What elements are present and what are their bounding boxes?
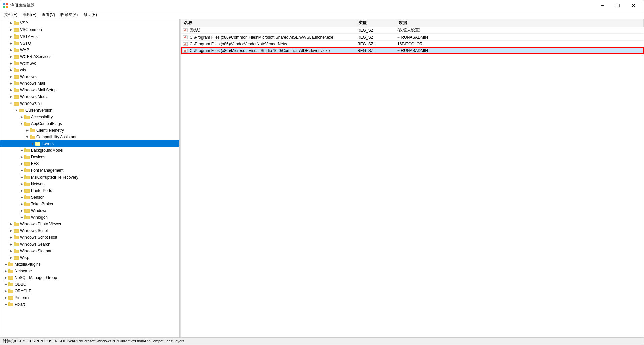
tree-node-windows-media[interactable]: ▶ Windows Media bbox=[0, 93, 179, 100]
tree-node-font-mgmt[interactable]: ▶ Font Management bbox=[0, 167, 179, 174]
tree-node-bg-model[interactable]: ▶ BackgroundModel bbox=[0, 147, 179, 154]
tree-node-label-sensor: Sensor bbox=[31, 195, 44, 200]
svg-rect-24 bbox=[14, 62, 18, 65]
tree-node-wisp[interactable]: ▶ Wisp bbox=[0, 254, 179, 261]
minimize-button[interactable]: − bbox=[595, 0, 610, 11]
col-header-name[interactable]: 名称 bbox=[181, 19, 356, 27]
expander-nosql-mgr: ▶ bbox=[3, 275, 8, 280]
menu-item-查看V[interactable]: 查看(V) bbox=[39, 11, 58, 18]
tree-node-label-wfs: wfs bbox=[20, 68, 26, 72]
tree-node-sensor[interactable]: ▶ Sensor bbox=[0, 194, 179, 201]
tree-node-windows-mail-setup[interactable]: ▶ Windows Mail Setup bbox=[0, 87, 179, 93]
close-button[interactable]: ✕ bbox=[626, 0, 641, 11]
svg-rect-117 bbox=[9, 270, 13, 273]
tree-node-label-wcfriaservices: WCFRIAServices bbox=[20, 54, 51, 59]
tree-node-wab[interactable]: ▶ WAB bbox=[0, 47, 179, 53]
tree-node-winlogon[interactable]: ▶ Winlogon bbox=[0, 214, 179, 221]
folder-icon-network bbox=[24, 181, 30, 187]
tree-node-label-oracle: ORACLE bbox=[15, 289, 31, 293]
tree-node-netscape[interactable]: ▶ Netscape bbox=[0, 268, 179, 274]
tree-node-accessibility[interactable]: ▶ Accessibility bbox=[0, 114, 179, 120]
tree-node-win-photo-viewer[interactable]: ▶ Windows Photo Viewer bbox=[0, 221, 179, 227]
tree-panel[interactable]: ▶ VSA ▶ VSCommon ▶ bbox=[0, 19, 180, 337]
svg-rect-51 bbox=[25, 123, 29, 125]
reg-row-row2[interactable]: ab C:\Program Files (x86)\VendorVendorNo… bbox=[181, 41, 644, 47]
tree-node-wcfriaservices[interactable]: ▶ WCFRIAServices bbox=[0, 53, 179, 60]
reg-row-default[interactable]: ab (默认) REG_SZ (数值未设置) bbox=[181, 27, 644, 34]
menu-item-编辑E[interactable]: 编辑(E) bbox=[20, 11, 39, 18]
tree-node-win-script[interactable]: ▶ Windows Script bbox=[0, 227, 179, 234]
folder-icon-oracle bbox=[8, 288, 14, 294]
tree-node-oracle[interactable]: ▶ ORACLE bbox=[0, 288, 179, 294]
tree-node-windows2[interactable]: ▶ Windows bbox=[0, 207, 179, 214]
expander-pixart: ▶ bbox=[3, 302, 8, 307]
folder-icon-current-version bbox=[19, 108, 24, 113]
tree-node-windows-nt[interactable]: ▼ Windows NT bbox=[0, 100, 179, 107]
tree-node-appcompatflags[interactable]: ▼ AppCompatFlags bbox=[0, 120, 179, 127]
tree-node-vsa[interactable]: ▶ VSA bbox=[0, 20, 179, 26]
tree-node-label-windows-media: Windows Media bbox=[20, 94, 49, 99]
tree-node-win-sidebar[interactable]: ▶ Windows Sidebar bbox=[0, 248, 179, 254]
folder-icon-vsto bbox=[14, 41, 19, 46]
tree-node-piriform[interactable]: ▶ Piriform bbox=[0, 294, 179, 301]
registry-values-list[interactable]: ab (默认) REG_SZ (数值未设置) ab C:\Program Fil… bbox=[181, 27, 644, 337]
expander-winlogon: ▶ bbox=[19, 215, 24, 220]
reg-row-row3[interactable]: ab C:\Program Files (x86)\Microsoft Visu… bbox=[181, 47, 644, 54]
tree-node-mozilla-plugins[interactable]: ▶ MozillaPlugins bbox=[0, 261, 179, 268]
col-header-type[interactable]: 类型 bbox=[356, 19, 396, 27]
svg-rect-45 bbox=[19, 110, 24, 112]
folder-icon-windows-nt bbox=[14, 101, 19, 106]
tree-node-odbc[interactable]: ▶ ODBC bbox=[0, 281, 179, 288]
tree-node-current-version[interactable]: ▼ CurrentVersion bbox=[0, 107, 179, 114]
folder-icon-windows-mail-setup bbox=[14, 87, 19, 93]
tree-node-win-script-host[interactable]: ▶ Windows Script Host bbox=[0, 234, 179, 241]
tree-node-label-win-script-host: Windows Script Host bbox=[20, 235, 57, 240]
folder-icon-windows-media bbox=[14, 94, 19, 99]
tree-node-vscommon[interactable]: ▶ VSCommon bbox=[0, 26, 179, 33]
svg-rect-108 bbox=[14, 250, 18, 253]
expander-appcompatflags: ▼ bbox=[19, 121, 24, 126]
tree-node-devices[interactable]: ▶ Devices bbox=[0, 154, 179, 160]
tree-node-efs[interactable]: ▶ EFS bbox=[0, 160, 179, 167]
folder-icon-windows-mail bbox=[14, 81, 19, 86]
expander-wcfriaservices: ▶ bbox=[8, 54, 14, 59]
folder-icon-win-sidebar bbox=[14, 248, 19, 254]
svg-rect-39 bbox=[14, 96, 18, 98]
reg-icon-row2: ab bbox=[181, 42, 188, 46]
tree-node-win-search[interactable]: ▶ Windows Search bbox=[0, 241, 179, 248]
tree-node-client-telemetry[interactable]: ▶ ClientTelemetry bbox=[0, 127, 179, 134]
menu-item-帮助H[interactable]: 帮助(H) bbox=[80, 11, 100, 18]
svg-rect-56 bbox=[30, 135, 32, 136]
tree-node-windows-mail[interactable]: ▶ Windows Mail bbox=[0, 80, 179, 87]
tree-node-nosql-mgr[interactable]: ▶ NoSQL Manager Group bbox=[0, 274, 179, 281]
reg-row-row1[interactable]: ab C:\Program Files (x86)\Common Files\M… bbox=[181, 34, 644, 41]
tree-node-compat-assistant[interactable]: ▼ Compatibility Assistant bbox=[0, 134, 179, 140]
tree-node-printer-ports[interactable]: ▶ PrinterPorts bbox=[0, 187, 179, 194]
menu-item-文件F[interactable]: 文件(F) bbox=[2, 11, 20, 18]
tree-node-token-broker[interactable]: ▶ TokenBroker bbox=[0, 201, 179, 207]
tree-node-wfs[interactable]: ▶ wfs bbox=[0, 67, 179, 73]
tree-node-label-vscommon: VSCommon bbox=[20, 27, 42, 32]
tree-node-msi-corrupted[interactable]: ▶ MsiCorruptedFileRecovery bbox=[0, 174, 179, 181]
tree-node-wcmsvc[interactable]: ▶ WcmSvc bbox=[0, 60, 179, 67]
svg-rect-93 bbox=[25, 216, 29, 219]
maximize-button[interactable]: □ bbox=[610, 0, 626, 11]
tree-node-label-efs: EFS bbox=[31, 161, 39, 166]
tree-node-pixart[interactable]: ▶ Pixart bbox=[0, 301, 179, 308]
svg-rect-114 bbox=[9, 263, 13, 266]
expander-win-script: ▶ bbox=[8, 228, 14, 233]
expander-netscape: ▶ bbox=[3, 268, 8, 274]
tree-node-windows[interactable]: ▶ Windows bbox=[0, 73, 179, 80]
svg-rect-129 bbox=[9, 297, 13, 299]
svg-rect-27 bbox=[14, 69, 18, 72]
menu-item-收藏夹A[interactable]: 收藏夹(A) bbox=[58, 11, 80, 18]
svg-rect-21 bbox=[14, 56, 18, 58]
col-header-data[interactable]: 数据 bbox=[396, 19, 644, 27]
tree-node-network[interactable]: ▶ Network bbox=[0, 181, 179, 187]
tree-node-vstahost[interactable]: ▶ VSTAHost bbox=[0, 33, 179, 40]
window-title: 注册表编辑器 bbox=[10, 3, 595, 8]
tree-node-layers[interactable]: ▶ Layers bbox=[0, 140, 179, 147]
svg-rect-12 bbox=[14, 36, 18, 38]
tree-node-vsto[interactable]: ▶ VSTO bbox=[0, 40, 179, 47]
svg-rect-6 bbox=[14, 22, 18, 25]
